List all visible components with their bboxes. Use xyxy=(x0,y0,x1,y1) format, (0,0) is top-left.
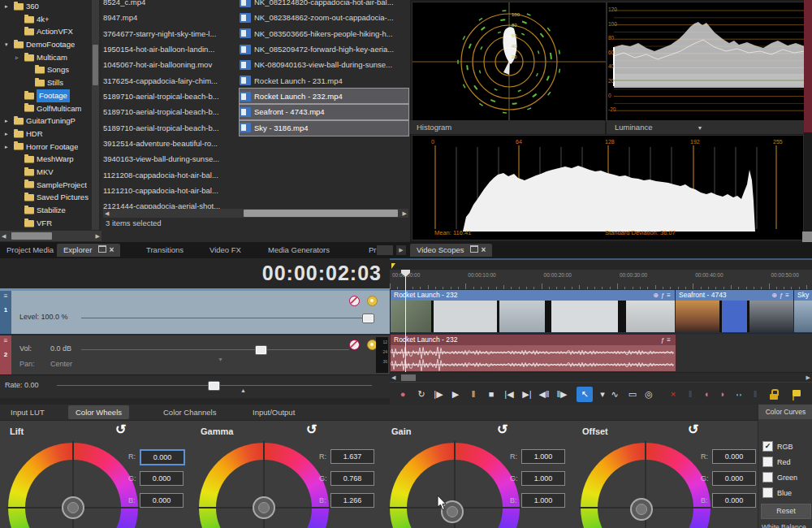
offset-r-value[interactable]: 0.000 xyxy=(712,449,756,464)
normal-edit-tool-button[interactable]: ↖ xyxy=(577,387,593,402)
level-slider-track[interactable] xyxy=(81,318,364,318)
gain-g-value[interactable]: 1.000 xyxy=(521,471,565,486)
tab-scroll-right-icon[interactable]: ▶ xyxy=(396,245,406,255)
clip-menu-icon[interactable]: ≡ xyxy=(667,292,673,299)
play-from-start-button[interactable]: |▶ xyxy=(430,387,447,402)
tab-video-scopes[interactable]: Video Scopes× xyxy=(410,244,492,257)
file-row[interactable]: 3940163-view-ball-during-sunse... xyxy=(103,151,240,167)
file-row[interactable]: NK_085209472-forward-high-key-aeria... xyxy=(240,41,408,57)
file-row[interactable]: Rocket Launch - 231.mp4 xyxy=(240,73,408,89)
tree-item-360[interactable]: ▸360 xyxy=(0,0,102,13)
tree-item-golfmulticam[interactable]: GolfMulticam xyxy=(0,102,102,115)
tab-pr[interactable]: Pr xyxy=(362,244,383,257)
gamma-b-value[interactable]: 1.266 xyxy=(330,493,374,508)
file-row[interactable]: NK_082384862-zoom-out-cappadocia-... xyxy=(240,10,408,25)
clip-header[interactable]: Rocket Launch - 232⊕ƒ≡ xyxy=(391,290,676,301)
video-clip-sky[interactable]: Sky xyxy=(793,289,812,334)
tree-item-hdr[interactable]: ▸HDR xyxy=(0,128,102,141)
lift-r-value[interactable]: 0.000 xyxy=(140,449,185,465)
clip-menu-icon[interactable]: ≡ xyxy=(667,336,673,344)
tree-item-sampleproject[interactable]: SampleProject xyxy=(0,179,102,192)
gain-r-value[interactable]: 1.000 xyxy=(521,449,565,464)
file-row[interactable]: 3176254-cappadocia-fairy-chim... xyxy=(103,73,240,89)
color-curves-header[interactable]: Color Curves xyxy=(758,405,812,419)
file-row[interactable]: 8947.mp4 xyxy=(103,10,240,25)
offset-wheel-puck[interactable] xyxy=(630,498,653,521)
mute-button[interactable] xyxy=(349,296,360,306)
video-clip-seafront[interactable]: Seafront - 4743⊕ƒ≡ xyxy=(675,289,795,334)
scroll-left-icon[interactable]: ◀ xyxy=(2,231,6,241)
zoom-edit-tool-button[interactable]: ◎ xyxy=(641,387,657,402)
play-button[interactable]: ▶ xyxy=(447,387,464,402)
expand-arrow-icon[interactable]: ▸ xyxy=(5,141,14,154)
wheel-reset-icon[interactable]: ↺ xyxy=(688,422,698,437)
level-slider-handle[interactable] xyxy=(362,314,374,323)
pan-crop-icon[interactable]: ⊕ xyxy=(653,292,661,299)
lift-b-value[interactable]: 0.000 xyxy=(140,493,184,508)
file-row[interactable]: 1045067-hot-air-ballooning.mov xyxy=(103,57,240,72)
tree-horizontal-scroll-thumb[interactable] xyxy=(11,232,52,240)
channel-row-blue[interactable]: Blue xyxy=(762,487,792,498)
scroll-right-icon[interactable]: ▶ xyxy=(403,209,407,218)
blue-checkbox[interactable] xyxy=(762,487,773,498)
wheel-reset-icon[interactable]: ↺ xyxy=(306,422,317,437)
mute-button[interactable] xyxy=(349,340,360,350)
timeline-scroll-thumb[interactable] xyxy=(401,374,416,381)
gamma-r-value[interactable]: 1.637 xyxy=(330,449,374,464)
clip-menu-icon[interactable]: ≡ xyxy=(785,292,792,299)
loop-playback-button[interactable]: ↻ xyxy=(413,387,430,402)
expand-arrow-icon[interactable]: ▹ xyxy=(15,51,24,64)
audio-track-grip[interactable]: ≡ 2 xyxy=(0,335,11,374)
tree-item-guitartuningp[interactable]: ▸GuitarTuningP xyxy=(0,115,102,128)
tree-item-horror-footage[interactable]: ▸Horror Footage xyxy=(0,141,102,154)
scroll-right-icon[interactable]: ▶ xyxy=(96,231,100,241)
file-row[interactable]: 1121210-cappadocia-hot-air-bal... xyxy=(103,183,240,198)
audio-track-header[interactable]: ≡ 2 Vol: 0.0 dB Pan: Center ▼ 122436 xyxy=(0,334,390,374)
tree-item-mkv[interactable]: MKV xyxy=(0,166,102,179)
timeline-marker-icon[interactable] xyxy=(391,263,395,269)
track-menu-icon[interactable]: ≡ xyxy=(0,337,11,344)
wheel-reset-icon[interactable]: ↺ xyxy=(497,422,508,437)
offset-b-value[interactable]: 0.000 xyxy=(712,493,756,508)
insert-marker-button[interactable] xyxy=(789,387,806,402)
tree-vertical-scroll-thumb[interactable] xyxy=(93,45,98,85)
tree-item-demofootage[interactable]: ▾DemoFootage xyxy=(0,38,102,51)
go-to-start-button[interactable]: |◀ xyxy=(501,387,517,402)
channel-row-red[interactable]: Red xyxy=(762,457,791,467)
next-frame-button[interactable]: ‖▶ xyxy=(554,387,570,402)
trim-end-button[interactable]: ◗ xyxy=(715,387,731,402)
file-row[interactable]: 1950154-hot-air-balloon-landin... xyxy=(103,41,240,57)
tree-item-footage[interactable]: Footage xyxy=(0,89,102,102)
delete-button[interactable]: × xyxy=(665,387,681,402)
split-button[interactable]: ◖◗ xyxy=(731,387,747,402)
float-window-icon[interactable] xyxy=(470,245,478,253)
channel-row-rgb[interactable]: ✓RGB xyxy=(762,441,793,452)
file-row[interactable]: 3912514-adventure-beautiful-ro... xyxy=(103,136,240,151)
file-row[interactable]: NK_082124820-cappadocia-hot-air-bal... xyxy=(240,0,408,10)
pause-button[interactable]: ‖ xyxy=(465,387,482,402)
clip-header[interactable]: Rocket Launch - 232ƒ≡ xyxy=(391,335,676,345)
expand-arrow-icon[interactable]: ▸ xyxy=(5,128,14,141)
previous-frame-button[interactable]: ◀‖ xyxy=(536,387,552,402)
scroll-left-icon[interactable]: ◀ xyxy=(105,209,109,218)
channel-row-green[interactable]: Green xyxy=(762,472,797,483)
tree-item-vfr[interactable]: VFR xyxy=(0,217,102,230)
lift-g-value[interactable]: 0.000 xyxy=(140,471,184,486)
gamma-g-value[interactable]: 0.768 xyxy=(330,471,374,486)
stop-button[interactable]: ■ xyxy=(483,387,499,402)
file-list-scroll-thumb[interactable] xyxy=(244,210,398,217)
lift-wheel-puck[interactable] xyxy=(62,496,84,519)
tab-explorer[interactable]: Explorer× xyxy=(57,244,120,257)
envelope-edit-tool-button[interactable]: ∿ xyxy=(607,387,623,402)
pan-crop-icon[interactable]: ⊕ xyxy=(771,292,780,299)
tab-project-media[interactable]: Project Media xyxy=(0,244,60,257)
video-clip-rocket-launch[interactable]: Rocket Launch - 232⊕ƒ≡ xyxy=(390,289,676,334)
clip-header[interactable]: Seafront - 4743⊕ƒ≡ xyxy=(676,290,794,301)
close-icon[interactable]: × xyxy=(109,245,114,254)
red-checkbox[interactable] xyxy=(762,457,773,467)
vol-slider-track[interactable] xyxy=(81,349,349,350)
curves-reset-button[interactable]: Reset xyxy=(761,504,811,519)
video-track-grip[interactable]: ≡ 1 xyxy=(0,291,11,335)
file-row[interactable]: Rocket Launch - 232.mp4 xyxy=(240,89,408,104)
vol-slider-handle[interactable] xyxy=(255,345,267,355)
